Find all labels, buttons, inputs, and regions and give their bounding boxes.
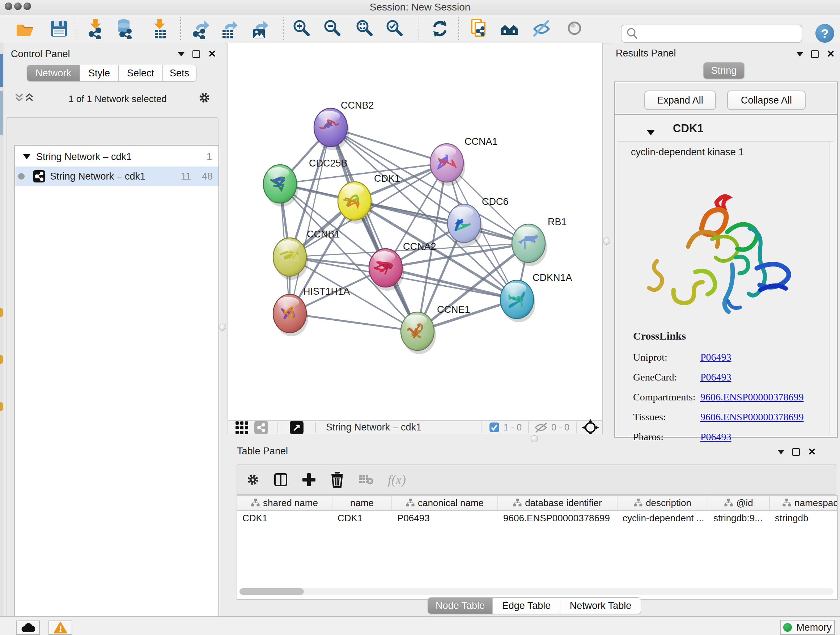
expand-all-networks-icon[interactable] xyxy=(25,93,34,103)
warning-button[interactable] xyxy=(49,621,73,635)
collapse-all-button[interactable]: Collapse All xyxy=(727,90,806,110)
table-gear-icon[interactable] xyxy=(246,473,260,486)
table-hscrollbar[interactable] xyxy=(240,588,834,595)
detach-view-icon[interactable]: ↗ xyxy=(290,421,303,434)
open-session-icon[interactable] xyxy=(15,18,35,39)
fit-content-crosshair-icon[interactable] xyxy=(582,419,599,436)
crosslink-link[interactable]: P06493 xyxy=(700,431,731,443)
tab-network-table[interactable]: Network Table xyxy=(561,598,641,614)
show-all-icon[interactable] xyxy=(564,18,584,39)
column-header-description[interactable]: description xyxy=(617,496,708,510)
expand-all-button[interactable]: Expand All xyxy=(644,90,716,110)
crosslink-link[interactable]: P06493 xyxy=(700,352,731,363)
table-cell[interactable]: stringdb:9... xyxy=(708,511,770,525)
column-header-shared-name[interactable]: shared name xyxy=(237,496,332,510)
maximize-panel-icon[interactable] xyxy=(811,50,819,58)
tab-style[interactable]: Style xyxy=(80,65,118,81)
tab-select[interactable]: Select xyxy=(118,65,163,81)
network-node-cdk1[interactable] xyxy=(338,182,373,224)
first-neighbors-icon[interactable] xyxy=(499,18,519,39)
table-hscrollbar-thumb[interactable] xyxy=(240,588,304,595)
tab-string[interactable]: String xyxy=(704,63,744,79)
float-panel-icon[interactable] xyxy=(797,52,803,57)
import-network-icon[interactable] xyxy=(86,18,106,39)
table-row[interactable]: CDK1CDK1P064939606.ENSP00000378699cyclin… xyxy=(237,511,837,525)
gear-icon[interactable] xyxy=(198,91,211,104)
share-file-icon[interactable] xyxy=(470,18,490,39)
left-splitter-handle[interactable] xyxy=(219,324,226,331)
zoom-in-icon[interactable] xyxy=(292,18,312,39)
table-splitter-handle[interactable] xyxy=(531,435,538,442)
export-image-icon[interactable] xyxy=(250,18,271,39)
column-header-namespace[interactable]: namespace xyxy=(770,496,838,510)
delete-column-icon[interactable] xyxy=(330,472,344,488)
zoom-fit-icon[interactable] xyxy=(355,18,375,39)
save-session-icon[interactable] xyxy=(49,18,69,39)
network-canvas[interactable]: CCNB2CCNA1CDC25BCDK1CDC6RB1CCNB1CCNA2CDK… xyxy=(227,43,603,420)
show-columns-icon[interactable] xyxy=(273,472,288,487)
import-table-icon[interactable] xyxy=(150,18,170,39)
zoom-selected-icon[interactable] xyxy=(385,18,405,39)
export-table-icon[interactable] xyxy=(219,18,240,39)
float-panel-icon[interactable] xyxy=(178,52,185,57)
column-header-database-identifier[interactable]: database identifier xyxy=(498,496,617,510)
network-edge[interactable] xyxy=(386,268,517,299)
entry-expander-icon[interactable] xyxy=(647,130,655,135)
crosslink-link[interactable]: 9606.ENSP00000378699 xyxy=(700,411,804,423)
search-icon xyxy=(625,27,639,41)
network-node-cdkn1a[interactable] xyxy=(500,280,535,322)
close-panel-icon[interactable]: ✕ xyxy=(208,49,216,59)
import-database-icon[interactable] xyxy=(114,18,134,39)
close-panel-icon[interactable]: ✕ xyxy=(808,447,816,457)
table-panel-title: Table Panel xyxy=(237,446,288,457)
create-column-icon[interactable] xyxy=(302,472,316,487)
tab-network[interactable]: Network xyxy=(27,65,80,81)
float-panel-icon[interactable] xyxy=(778,450,784,454)
maximize-panel-icon[interactable] xyxy=(193,50,200,58)
network-node-ccnb2[interactable] xyxy=(314,108,349,150)
collapse-all-networks-icon[interactable] xyxy=(14,93,24,103)
search-field[interactable] xyxy=(621,25,802,43)
crosslinks-section: CrossLinks Uniprot:P06493GeneCard:P06493… xyxy=(633,330,821,451)
table-cell[interactable]: cyclin-dependent ... xyxy=(617,511,708,525)
network-node-cdc25b[interactable] xyxy=(264,165,298,207)
selected-checkbox-icon[interactable] xyxy=(489,423,499,432)
cloud-button[interactable] xyxy=(16,621,40,635)
network-node-ccna1[interactable] xyxy=(430,144,465,186)
network-node-ccne1[interactable] xyxy=(401,312,436,354)
export-network-icon[interactable] xyxy=(191,18,212,39)
network-collection-row[interactable]: String Network – cdk1 1 xyxy=(15,146,218,166)
column-header-name[interactable]: name xyxy=(332,496,392,510)
network-edge[interactable] xyxy=(290,314,417,331)
zoom-out-icon[interactable] xyxy=(322,18,343,39)
maximize-panel-icon[interactable] xyxy=(792,448,800,456)
hidden-eye-icon[interactable] xyxy=(534,422,548,433)
column-header-canonical-name[interactable]: canonical name xyxy=(392,496,498,510)
birds-eye-view-icon[interactable] xyxy=(235,420,249,435)
table-cell[interactable]: stringdb xyxy=(770,511,838,525)
tab-node-table[interactable]: Node Table xyxy=(428,598,493,614)
network-node-hist1h1a[interactable] xyxy=(273,295,308,336)
network-edge[interactable] xyxy=(290,127,331,314)
tab-edge-table[interactable]: Edge Table xyxy=(493,598,561,614)
column-header--id[interactable]: @id xyxy=(708,496,770,510)
search-input[interactable] xyxy=(639,26,802,41)
results-scrollbar[interactable] xyxy=(829,141,835,434)
network-node-rb1[interactable] xyxy=(512,224,547,266)
crosslink-link[interactable]: 9606.ENSP00000378699 xyxy=(700,391,804,403)
crosslink-link[interactable]: P06493 xyxy=(700,371,731,383)
table-cell[interactable]: P06493 xyxy=(392,511,498,525)
network-row-selected[interactable]: String Network – cdk1 11 48 xyxy=(15,166,218,186)
close-panel-icon[interactable]: ✕ xyxy=(827,49,835,59)
hide-selected-icon[interactable] xyxy=(531,18,552,39)
table-cell[interactable]: CDK1 xyxy=(237,511,332,525)
table-cell[interactable]: CDK1 xyxy=(332,511,392,525)
tree-expander-icon[interactable] xyxy=(23,154,30,159)
right-splitter-handle[interactable] xyxy=(603,238,610,245)
table-cell[interactable]: 9606.ENSP00000378699 xyxy=(498,511,617,525)
refresh-layout-icon[interactable] xyxy=(430,18,450,39)
help-button[interactable]: ? xyxy=(815,24,834,43)
memory-button[interactable]: Memory xyxy=(780,620,835,635)
string-view-icon[interactable] xyxy=(254,421,268,434)
tab-sets[interactable]: Sets xyxy=(163,65,196,81)
